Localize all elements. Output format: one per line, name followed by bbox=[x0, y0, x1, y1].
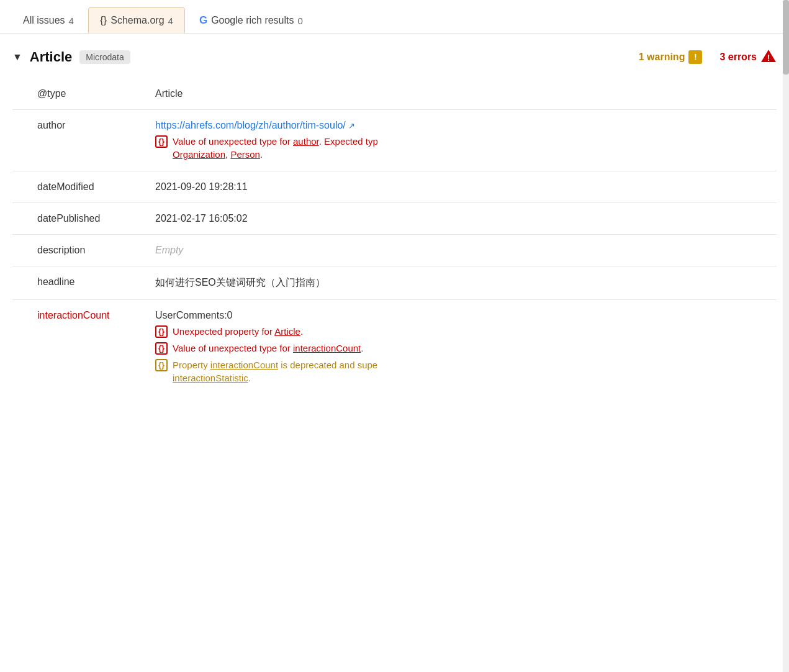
table-row: description Empty bbox=[12, 235, 777, 266]
tab-all-issues-label: All issues bbox=[23, 15, 65, 26]
prop-name-datemodified: dateModified bbox=[12, 171, 149, 203]
prop-value-author: https://ahrefs.com/blog/zh/author/tim-so… bbox=[149, 110, 777, 171]
tab-schema-org-label: Schema.org bbox=[110, 15, 164, 26]
author-link[interactable]: https://ahrefs.com/blog/zh/author/tim-so… bbox=[155, 120, 346, 130]
article-header: ▼ Article Microdata 1 warning ! 3 errors… bbox=[12, 48, 777, 66]
tab-schema-org-count: 4 bbox=[168, 16, 173, 26]
table-row: datePublished 2021-02-17 16:05:02 bbox=[12, 203, 777, 235]
property-table: @type Article author https://ahrefs.com/… bbox=[12, 78, 777, 394]
prop-value-datemodified: 2021-09-20 19:28:11 bbox=[149, 171, 777, 203]
table-row: @type Article bbox=[12, 78, 777, 110]
empty-value: Empty bbox=[155, 245, 183, 255]
prop-name-headline: headline bbox=[12, 266, 149, 300]
schema-error-icon: {} bbox=[155, 135, 168, 148]
tab-bar: All issues 4 {} Schema.org 4 G Google ri… bbox=[0, 0, 789, 34]
warning-icon: ! bbox=[688, 50, 702, 64]
organization-link[interactable]: Organization bbox=[173, 149, 225, 160]
main-content: ▼ Article Microdata 1 warning ! 3 errors… bbox=[0, 34, 789, 407]
prop-value-interactioncount: UserComments:0 {} Unexpected property fo… bbox=[149, 300, 777, 395]
microdata-badge: Microdata bbox=[79, 50, 130, 64]
prop-name-datepublished: datePublished bbox=[12, 203, 149, 235]
interactionstatistic-link[interactable]: interactionStatistic bbox=[173, 373, 248, 383]
table-row: author https://ahrefs.com/blog/zh/author… bbox=[12, 110, 777, 171]
author-error-msg: {} Value of unexpected type for author. … bbox=[155, 135, 764, 161]
interaction-count-value: UserComments:0 bbox=[155, 310, 764, 321]
warning-label: 1 warning bbox=[639, 52, 685, 63]
scrollbar-thumb[interactable] bbox=[783, 0, 789, 75]
interaction-error-text-1: Unexpected property for Article. bbox=[173, 325, 303, 338]
external-link-icon: ↗ bbox=[348, 121, 355, 130]
warning-summary: 1 warning ! bbox=[639, 50, 703, 64]
table-row: dateModified 2021-09-20 19:28:11 bbox=[12, 171, 777, 203]
schema-org-icon: {} bbox=[100, 14, 107, 27]
author-error-text: Value of unexpected type for author. Exp… bbox=[173, 135, 378, 161]
prop-value-description: Empty bbox=[149, 235, 777, 266]
article-title: Article bbox=[30, 49, 72, 65]
svg-text:!: ! bbox=[767, 53, 770, 63]
error-triangle-icon: ! bbox=[760, 48, 777, 66]
prop-value-type: Article bbox=[149, 78, 777, 110]
interaction-error-2: {} Value of unexpected type for interact… bbox=[155, 342, 764, 355]
article-error-link[interactable]: Article bbox=[274, 326, 300, 337]
scrollbar[interactable] bbox=[783, 0, 789, 672]
prop-value-datepublished: 2021-02-17 16:05:02 bbox=[149, 203, 777, 235]
google-icon: G bbox=[199, 14, 207, 27]
prop-name-description: description bbox=[12, 235, 149, 266]
schema-error-icon-1: {} bbox=[155, 325, 168, 338]
interactioncount-warn-link[interactable]: interactionCount bbox=[210, 360, 278, 370]
prop-name-author: author bbox=[12, 110, 149, 171]
interaction-error-1: {} Unexpected property for Article. bbox=[155, 325, 764, 338]
error-summary: 3 errors ! bbox=[719, 48, 777, 66]
tab-all-issues-count: 4 bbox=[69, 16, 74, 26]
interaction-error-text-2: Value of unexpected type for interaction… bbox=[173, 342, 363, 355]
tab-google-rich-label: Google rich results bbox=[211, 15, 294, 26]
person-link[interactable]: Person bbox=[230, 149, 260, 160]
prop-value-headline: 如何进行SEO关键词研究（入门指南） bbox=[149, 266, 777, 300]
table-row: interactionCount UserComments:0 {} Unexp… bbox=[12, 300, 777, 395]
schema-warning-icon: {} bbox=[155, 359, 168, 371]
tab-all-issues[interactable]: All issues 4 bbox=[11, 8, 86, 32]
collapse-chevron[interactable]: ▼ bbox=[12, 52, 22, 63]
schema-error-icon-2: {} bbox=[155, 342, 168, 355]
author-error-link[interactable]: author bbox=[293, 136, 319, 147]
tab-schema-org[interactable]: {} Schema.org 4 bbox=[88, 7, 185, 33]
table-row: headline 如何进行SEO关键词研究（入门指南） bbox=[12, 266, 777, 300]
tab-google-rich-count: 0 bbox=[298, 16, 303, 26]
tab-google-rich[interactable]: G Google rich results 0 bbox=[187, 7, 315, 33]
prop-name-interactioncount: interactionCount bbox=[12, 300, 149, 395]
interaction-warning-text: Property interactionCount is deprecated … bbox=[173, 358, 377, 384]
interaction-warning: {} Property interactionCount is deprecat… bbox=[155, 358, 764, 384]
error-label: 3 errors bbox=[719, 52, 757, 63]
interactioncount-link[interactable]: interactionCount bbox=[293, 343, 361, 353]
prop-name-type: @type bbox=[12, 78, 149, 110]
